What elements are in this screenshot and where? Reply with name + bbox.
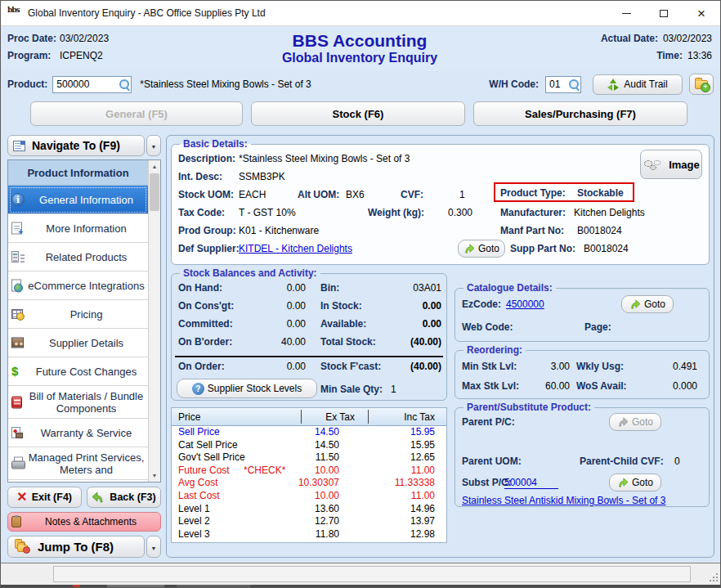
sidebar-item-supplier-details[interactable]: Supplier Details bbox=[8, 329, 148, 357]
image-button[interactable]: Image bbox=[640, 150, 702, 179]
bom-document-icon bbox=[11, 396, 22, 408]
wos-avail-label: WoS Avail: bbox=[576, 380, 627, 392]
pricing-table-coin-icon bbox=[11, 309, 23, 319]
on-hand-value: 0.00 bbox=[221, 282, 306, 294]
supplier-goto-button[interactable]: Goto bbox=[458, 240, 505, 258]
min-stk-value: 3.00 bbox=[521, 361, 570, 372]
parent-child-cvf-value: 0 bbox=[674, 456, 680, 467]
product-bar: Product: *Stainless Steel Mixing Bowls -… bbox=[1, 71, 720, 97]
prod-group-value: K01 - Kitchenware bbox=[239, 225, 319, 236]
sidebar-item-label: More Information bbox=[28, 222, 145, 235]
sidebar-item-future-cost-changes[interactable]: Future Cost Changes bbox=[8, 357, 148, 386]
minimize-button[interactable] bbox=[607, 1, 645, 25]
price-row-cat-sell-price: Cat Sell Price14.5015.95 bbox=[172, 439, 446, 452]
jump-folders-icon bbox=[15, 541, 29, 553]
scroll-up-icon[interactable] bbox=[149, 160, 160, 173]
document-plus-icon bbox=[11, 222, 22, 235]
sidebar-item-managed-print-services[interactable]: Managed Print Services, Meters and bbox=[8, 447, 148, 480]
screen-title: Global Inventory Enquiry bbox=[179, 50, 540, 65]
sidebar-item-related-products[interactable]: Related Products bbox=[8, 243, 148, 272]
committed-value: 0.00 bbox=[221, 318, 306, 330]
audit-trail-button[interactable]: Audit Trail bbox=[593, 74, 683, 95]
close-button[interactable] bbox=[683, 1, 720, 25]
audit-trail-label: Audit Trail bbox=[624, 79, 667, 90]
subst-pc-link[interactable]: 500004 bbox=[504, 477, 558, 489]
sidebar-item-label: Bill of Materials / Bundle Components bbox=[28, 390, 145, 415]
chevron-down-icon bbox=[151, 140, 157, 151]
status-panel bbox=[53, 566, 691, 582]
catalogue-goto-button[interactable]: Goto bbox=[621, 295, 674, 313]
exit-button[interactable]: Exit (F4) bbox=[7, 487, 82, 508]
on-order-value: 0.00 bbox=[221, 361, 306, 372]
on-order-label: On Order: bbox=[178, 361, 225, 372]
time-value: 13:36 bbox=[687, 50, 712, 61]
subst-goto-button[interactable]: Goto bbox=[609, 474, 661, 491]
sidebar-item-general-information[interactable]: General Information bbox=[8, 186, 148, 214]
actual-date-label: Actual Date: bbox=[601, 33, 658, 44]
time-label: Time: bbox=[656, 50, 683, 61]
jump-to-button[interactable]: Jump To (F8) bbox=[7, 536, 145, 558]
printer-icon bbox=[11, 459, 24, 468]
scroll-down-icon[interactable] bbox=[149, 469, 160, 482]
tab-strip: General (F5) Stock (F6) Sales/Purchasing… bbox=[1, 97, 720, 130]
ezcode-link[interactable]: 4500000 bbox=[506, 298, 544, 310]
min-stk-label: Min Stk Lvl: bbox=[462, 361, 517, 372]
weight-value: 0.300 bbox=[448, 207, 472, 218]
navigate-dropdown-button[interactable] bbox=[146, 135, 161, 156]
wh-code-search-icon[interactable] bbox=[568, 79, 580, 90]
back-button[interactable]: Back (F3) bbox=[87, 487, 161, 508]
manf-part-value: B0018024 bbox=[577, 225, 622, 236]
min-sale-qty-label: Min Sale Qty: bbox=[320, 384, 383, 395]
clipboard-icon bbox=[11, 516, 21, 527]
sidebar-item-label: Supplier Details bbox=[28, 337, 145, 349]
sidebar-item-pricing[interactable]: Pricing bbox=[8, 300, 148, 329]
tab-stock[interactable]: Stock (F6) bbox=[251, 101, 465, 126]
sidebar-item-warranty-service[interactable]: Warranty & Service bbox=[8, 419, 148, 447]
wos-avail-value: 0.000 bbox=[643, 380, 697, 392]
goto-arrow-icon bbox=[464, 244, 475, 254]
supplier-stock-levels-button[interactable]: ? Supplier Stock Levels bbox=[177, 379, 317, 398]
page-label: Page: bbox=[584, 321, 611, 333]
catalogue-details-title: Catalogue Details: bbox=[464, 282, 556, 294]
program-label: Program: bbox=[7, 50, 60, 61]
resize-grip[interactable] bbox=[706, 570, 718, 581]
on-hand-label: On Hand: bbox=[178, 282, 222, 294]
price-row-govt-sell-price: Gov't Sell Price11.5012.65 bbox=[172, 451, 446, 465]
parent-substitute-title: Parent/Substitute Product: bbox=[464, 402, 594, 413]
notes-attachments-button[interactable]: Notes & Attachments bbox=[7, 512, 161, 532]
stock-fcast-value: (40.00) bbox=[360, 361, 441, 372]
goto-arrow-icon bbox=[629, 299, 641, 309]
sidebar-scrollbar[interactable] bbox=[148, 160, 160, 482]
parent-child-cvf-label: Parent-Child CVF: bbox=[580, 456, 664, 467]
notes-label: Notes & Attachments bbox=[21, 516, 160, 527]
jump-dropdown-button[interactable] bbox=[146, 536, 161, 558]
web-code-label: Web Code: bbox=[462, 321, 513, 333]
navigate-to-button[interactable]: Navigate To (F9) bbox=[7, 135, 145, 156]
ezcode-label: EzCode: bbox=[462, 298, 501, 310]
product-label: Product: bbox=[7, 79, 47, 90]
exit-label: Exit (F4) bbox=[32, 491, 72, 503]
basic-details-group: Basic Details: Description: *Stainless S… bbox=[171, 144, 710, 265]
window-title: Global Inventory Enquiry - ABC Office Su… bbox=[28, 7, 266, 19]
on-consgt-value: 0.00 bbox=[221, 300, 306, 312]
price-row-future-cost: Future Cost*CHECK*10.0011.00 bbox=[172, 465, 446, 478]
tab-sales-purchasing[interactable]: Sales/Purchasing (F7) bbox=[473, 101, 687, 126]
prod-group-label: Prod Group: bbox=[178, 225, 236, 236]
sidebar-item-more-information[interactable]: More Information bbox=[8, 214, 148, 243]
price-row-avg-cost: Avg Cost10.3030711.33338 bbox=[172, 477, 446, 490]
int-desc-label: Int. Desc: bbox=[178, 171, 222, 182]
def-supplier-link[interactable]: KITDEL - Kitchen Delights bbox=[239, 243, 352, 254]
scrollbar-thumb[interactable] bbox=[150, 173, 159, 211]
min-sale-qty-value: 1 bbox=[391, 384, 396, 395]
sidebar-item-bill-of-materials[interactable]: Bill of Materials / Bundle Components bbox=[8, 386, 148, 419]
price-row-level-2: Level 212.7013.97 bbox=[172, 515, 446, 528]
add-document-button[interactable] bbox=[689, 74, 714, 95]
app-title: BBS Accounting bbox=[179, 31, 540, 50]
sidebar-item-ecommerce-integrations[interactable]: eCommerce Integrations bbox=[8, 272, 148, 300]
product-search-icon[interactable] bbox=[119, 79, 130, 90]
substitute-product-link[interactable]: Stainless Steel Antiskid Mixing Bowls - … bbox=[462, 495, 665, 506]
tax-code-value: T - GST 10% bbox=[239, 207, 296, 218]
alt-uom-value: BX6 bbox=[346, 189, 365, 200]
maximize-button[interactable] bbox=[645, 1, 683, 25]
price-row-last-cost: Last Cost10.0011.00 bbox=[172, 490, 446, 503]
